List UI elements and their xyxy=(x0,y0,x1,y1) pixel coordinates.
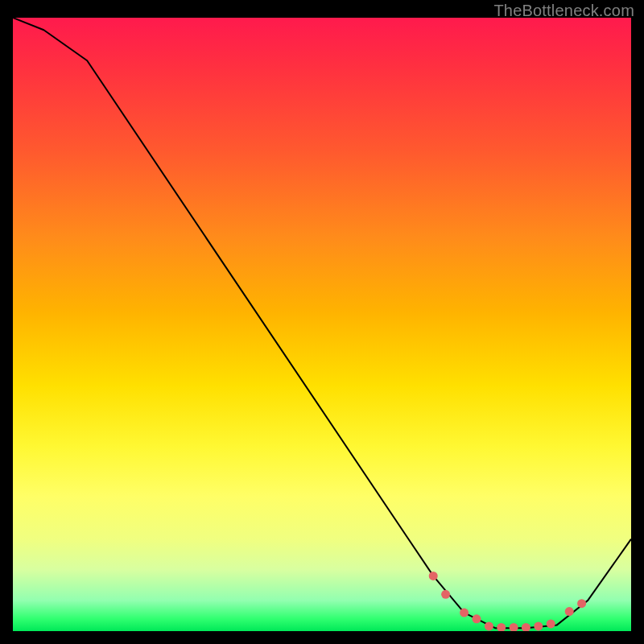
marker-dot xyxy=(565,607,574,616)
chart-frame: TheBottleneck.com xyxy=(0,0,644,644)
marker-dot xyxy=(497,623,506,631)
marker-dot xyxy=(522,623,530,631)
marker-dot xyxy=(534,621,543,630)
marker-dot xyxy=(577,599,586,608)
marker-dot xyxy=(441,590,450,599)
marker-dot xyxy=(510,623,518,631)
marker-dot xyxy=(547,619,555,628)
marker-dot xyxy=(473,614,481,623)
marker-dot xyxy=(460,609,469,617)
bottleneck-curve xyxy=(13,18,631,628)
marker-dot xyxy=(429,572,438,580)
marker-group xyxy=(429,572,586,631)
chart-svg xyxy=(13,18,631,631)
marker-dot xyxy=(485,621,493,630)
plot-area xyxy=(13,18,631,631)
